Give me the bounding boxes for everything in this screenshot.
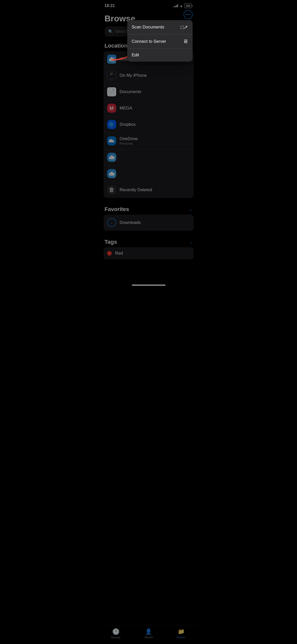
chevron-right-icon: › — [189, 90, 190, 94]
tags-section-header[interactable]: Tags ⌄ — [100, 237, 198, 247]
onedrive-icon — [107, 136, 116, 145]
status-icons: ▲ 100 — [174, 4, 192, 8]
onedrive-label: OneDrive — [120, 136, 185, 141]
locations-list: iCloud Drive › 📱 On My iPhone › 📄 Docume… — [104, 51, 194, 198]
connect-to-server-label: Connect to Server — [132, 39, 166, 44]
documents-label: Documents — [120, 89, 185, 94]
red-tag-label: Red — [115, 251, 185, 256]
list-item[interactable]: 🗑 Recently Deleted › — [104, 182, 194, 198]
documents-app-icon: 📄 — [107, 87, 116, 96]
context-menu: Scan Documents □↗ Connect to Server 🖥 Ed… — [127, 20, 193, 62]
scan-documents-label: Scan Documents — [132, 25, 164, 30]
wifi-icon: ▲ — [180, 4, 183, 8]
connect-to-server-item[interactable]: Connect to Server 🖥 — [127, 34, 193, 49]
search-icon: 🔍 — [108, 29, 113, 34]
trash-icon: 🗑 — [107, 185, 116, 194]
downloads-label: Downloads — [120, 220, 185, 225]
mega-icon: M — [107, 104, 116, 113]
list-item[interactable]: M MEGA › — [104, 100, 194, 116]
favorites-section-header[interactable]: Favorites ⌄ — [100, 204, 198, 215]
scan-documents-item[interactable]: Scan Documents □↗ — [127, 20, 193, 34]
favorites-label: Favorites — [105, 206, 129, 213]
battery-level: 100 — [184, 4, 191, 8]
home-indicator — [132, 285, 165, 286]
chevron-right-icon: › — [189, 188, 190, 192]
cloud-app2-icon — [107, 169, 116, 178]
iphone-icon: 📱 — [107, 71, 116, 80]
tags-chevron-icon: ⌄ — [189, 239, 193, 245]
chevron-right-icon: › — [189, 122, 190, 127]
downloads-icon: ↓ — [107, 218, 116, 227]
list-item[interactable]: 🔷 Dropbox › — [104, 116, 194, 133]
list-item[interactable]: 📄 Documents › — [104, 84, 194, 100]
monitor-icon: 🖥 — [183, 38, 188, 44]
icloud-drive-icon — [107, 55, 116, 64]
more-button[interactable]: ••• — [184, 10, 193, 19]
list-item[interactable]: 📱 On My iPhone › — [104, 67, 194, 84]
list-item[interactable] — [104, 149, 194, 166]
chevron-right-icon: › — [189, 220, 190, 225]
tags-list: Red › — [104, 247, 194, 259]
chevron-right-icon: › — [189, 106, 190, 110]
scan-icon: □↗ — [181, 24, 188, 30]
red-tag-icon — [107, 251, 112, 256]
favorites-list: ↓ Downloads › — [104, 215, 194, 231]
dropbox-icon: 🔷 — [107, 120, 116, 129]
battery-tip — [192, 5, 193, 7]
list-item[interactable] — [104, 166, 194, 182]
list-item[interactable]: ↓ Downloads › — [104, 215, 194, 231]
recently-deleted-label: Recently Deleted — [120, 187, 185, 192]
chevron-right-icon: › — [189, 73, 190, 78]
signal-icon — [174, 4, 178, 7]
chevron-right-icon: › — [189, 139, 190, 143]
onedrive-sublabel: Personal — [120, 142, 185, 145]
edit-label: Edit — [132, 53, 139, 58]
list-item[interactable]: OneDrive Personal › — [104, 133, 194, 149]
edit-item[interactable]: Edit — [127, 49, 193, 62]
chevron-right-icon: › — [189, 251, 190, 256]
cloud-app1-icon — [107, 153, 116, 162]
iphone-label: On My iPhone — [120, 73, 185, 78]
dropbox-label: Dropbox — [120, 122, 185, 127]
list-item[interactable]: Red › — [104, 247, 194, 259]
locations-label: Locations — [105, 43, 131, 49]
status-time: 18:21 — [105, 4, 115, 8]
tags-label: Tags — [105, 239, 117, 245]
battery-indicator: 100 — [184, 4, 192, 8]
mega-label: MEGA — [120, 106, 185, 111]
status-bar: 18:21 ▲ 100 — [100, 0, 198, 10]
favorites-chevron-icon: ⌄ — [189, 207, 193, 212]
